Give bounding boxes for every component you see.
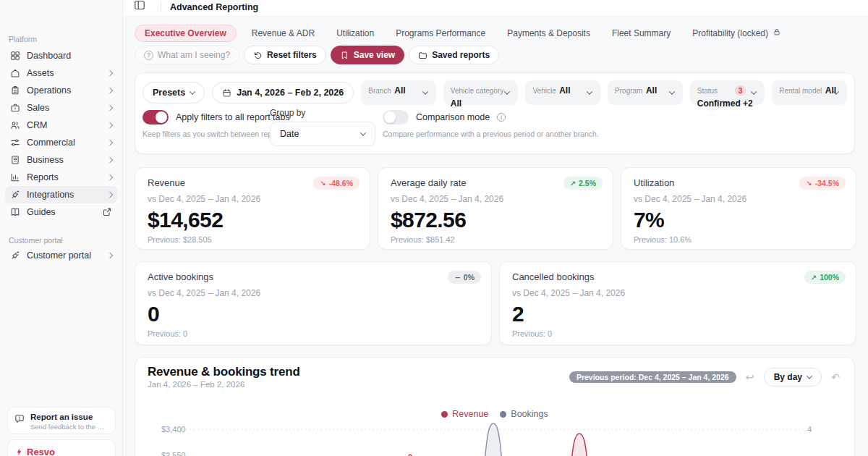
users-icon — [10, 120, 20, 130]
tab-fleet-summary[interactable]: Fleet Summary — [605, 25, 677, 42]
tab-utilization[interactable]: Utilization — [330, 25, 380, 42]
sidebar-item-assets[interactable]: Assets — [5, 64, 117, 82]
report-tabs: Executive Overview Revenue & ADR Utiliza… — [135, 24, 788, 42]
sidebar-item-operations[interactable]: Operations — [5, 82, 117, 99]
status-filter[interactable]: Status Confirmed +2 3 — [690, 80, 765, 105]
presets-dropdown[interactable]: Presets — [142, 82, 205, 104]
calendar-icon — [222, 88, 231, 98]
tab-payments-deposits[interactable]: Payments & Deposits — [501, 25, 597, 42]
sidebar-item-commercial[interactable]: Commercial — [5, 134, 117, 151]
filters-panel: Presets Jan 4, 2026 – Feb 2, 2026 Branch… — [135, 72, 855, 154]
home-icon — [10, 68, 20, 78]
reset-filters-button[interactable]: Reset filters — [244, 46, 326, 64]
saved-reports-button[interactable]: Saved reports — [409, 46, 499, 64]
sidebar: Platform Dashboard Assets Operations Sal… — [0, 0, 123, 456]
metric-card-revenue: Revenue ↘ -48.6% vs Dec 4, 2025 – Jan 4,… — [135, 167, 370, 250]
trend-badge: ↘ -48.6% — [313, 177, 359, 190]
chevron-right-icon — [108, 88, 112, 93]
status-count-badge: 3 — [735, 85, 746, 96]
bookmark-icon — [340, 51, 349, 60]
metric-card-average-daily-rate: Average daily rate ↗ 2.5% vs Dec 4, 2025… — [378, 167, 613, 250]
building-icon — [10, 155, 20, 165]
previous-value: Previous: 10.6% — [634, 235, 843, 244]
chevron-right-icon — [108, 253, 112, 258]
topbar: Advanced Reporting — [123, 0, 868, 17]
report-issue-title: Report an issue — [30, 413, 106, 421]
y-axis-left-tick: $2,550 — [161, 451, 186, 456]
sidebar-item-label: Dashboard — [27, 51, 71, 61]
filters-row: Presets Jan 4, 2026 – Feb 2, 2026 Branch… — [142, 80, 847, 105]
comparison-range: vs Dec 4, 2025 – Jan 4, 2026 — [634, 194, 843, 204]
sidebar-item-sales[interactable]: Sales — [5, 99, 117, 117]
metric-value: 7% — [634, 208, 843, 232]
sidebar-item-label: Assets — [27, 68, 54, 78]
folder-icon — [418, 51, 427, 60]
tab-programs-performance[interactable]: Programs Performance — [389, 25, 492, 42]
comparison-range: vs Dec 4, 2025 – Jan 4, 2026 — [391, 194, 600, 204]
sidebar-item-business[interactable]: Business — [5, 151, 117, 169]
save-view-button[interactable]: Save view — [331, 46, 404, 64]
sidebar-section-platform: Platform — [9, 35, 37, 43]
chevron-down-icon — [668, 88, 674, 94]
sidebar-toggle-icon[interactable] — [134, 0, 145, 11]
previous-value: Previous: 0 — [148, 329, 479, 338]
comparison-range: vs Dec 4, 2025 – Jan 4, 2026 — [148, 194, 357, 204]
branch-filter[interactable]: Branch All — [361, 80, 436, 105]
tab-revenue-adr[interactable]: Revenue & ADR — [245, 25, 321, 42]
sidebar-item-label: Operations — [27, 85, 71, 96]
sidebar-item-label: Guides — [27, 207, 56, 217]
tab-executive-overview[interactable]: Executive Overview — [135, 25, 237, 42]
rental-model-filter[interactable]: Rental model All — [772, 80, 847, 105]
metric-value: 2 — [512, 302, 843, 326]
chevron-right-icon — [108, 106, 112, 110]
lightning-icon — [15, 447, 23, 456]
trend-chart[interactable]: $3,400 4 $2,550 — [135, 358, 856, 456]
chevron-right-icon — [108, 140, 112, 145]
program-filter[interactable]: Program All — [608, 80, 683, 105]
sidebar-nav: Dashboard Assets Operations Sales CRM — [5, 47, 117, 221]
plug-icon — [10, 190, 20, 200]
vehicle-category-filter[interactable]: Vehicle category All — [443, 80, 519, 105]
trend-badge: − 0% — [448, 271, 481, 284]
metric-card-active-bookings: Active bookings − 0% vs Dec 4, 2025 – Ja… — [135, 261, 492, 345]
report-issue-card[interactable]: Report an issue Send feedback to the Res… — [7, 407, 116, 434]
vehicle-filter[interactable]: Vehicle All — [525, 80, 600, 105]
sidebar-item-label: Customer portal — [27, 250, 91, 261]
comparison-range: vs Dec 4, 2025 – Jan 4, 2026 — [512, 288, 843, 298]
sidebar-section-customer-portal: Customer portal — [9, 236, 63, 245]
plug-icon — [10, 250, 20, 261]
what-am-i-seeing-button[interactable]: ? What am I seeing? — [135, 46, 239, 64]
group-by-select[interactable]: Date — [270, 122, 375, 146]
trend-badge: ↗ 2.5% — [563, 177, 603, 190]
metric-value: 0 — [148, 302, 479, 326]
message-alert-icon — [14, 414, 25, 424]
bar-chart-icon — [10, 172, 20, 182]
external-link-icon — [102, 207, 112, 217]
brand-logo-text: Resvo — [27, 447, 55, 456]
sidebar-item-customer-portal[interactable]: Customer portal — [5, 247, 117, 264]
report-issue-subtitle: Send feedback to the Resvo... — [30, 423, 106, 431]
date-range-picker[interactable]: Jan 4, 2026 – Feb 2, 2026 — [212, 82, 354, 104]
minus-icon: − — [454, 274, 460, 282]
sliders-icon — [10, 138, 20, 148]
sidebar-item-dashboard[interactable]: Dashboard — [5, 47, 117, 64]
grid-icon — [10, 51, 20, 61]
sidebar-item-integrations[interactable]: Integrations — [5, 186, 117, 203]
previous-value: Previous: $851.42 — [391, 235, 600, 244]
sidebar-item-crm[interactable]: CRM — [5, 117, 117, 134]
apply-filters-group: Apply filters to all report tabs Keep fi… — [142, 110, 290, 138]
comparison-mode-toggle[interactable] — [383, 110, 409, 124]
chevron-down-icon — [422, 88, 428, 94]
revenue-bookings-trend-card: Revenue & bookings trend Jan 4, 2026 – F… — [135, 357, 855, 456]
briefcase-icon — [10, 103, 20, 113]
y-axis-right-tick: 4 — [807, 425, 812, 434]
action-toolbar: ? What am I seeing? Reset filters Save v… — [135, 46, 499, 64]
sidebar-item-reports[interactable]: Reports — [5, 169, 117, 186]
y-axis-left-tick: $3,400 — [161, 425, 186, 434]
topbar-divider — [161, 1, 161, 12]
sidebar-item-guides[interactable]: Guides — [5, 203, 117, 221]
apply-filters-description: Keep filters as you switch between repor… — [142, 130, 290, 138]
metric-card-cancelled-bookings: Cancelled bookings ↗ 100% vs Dec 4, 2025… — [499, 261, 856, 345]
apply-filters-toggle[interactable] — [142, 110, 169, 124]
tab-profitability-locked[interactable]: Profitability (locked) — [686, 24, 788, 42]
